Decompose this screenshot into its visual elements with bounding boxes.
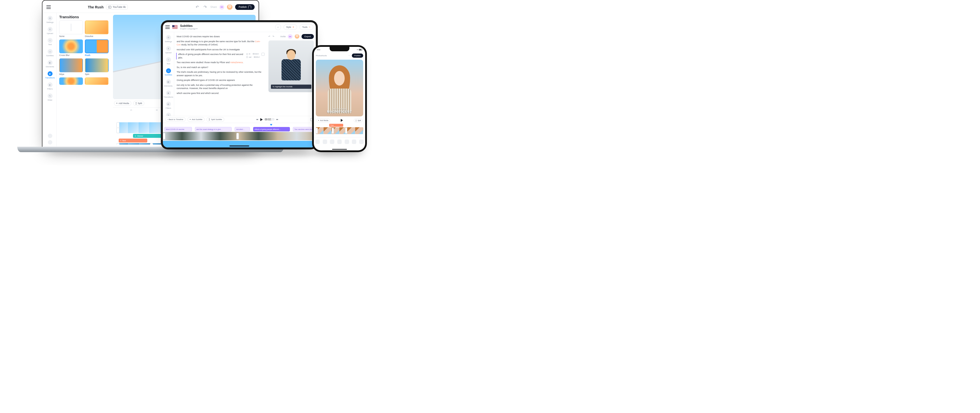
clip-handle-left[interactable] xyxy=(316,128,318,133)
subtitle-line[interactable]: and the usual strategy is to give people… xyxy=(177,40,264,47)
sidebar-item-upload[interactable]: ⬆Upload xyxy=(43,25,57,36)
subtitle-line[interactable]: Two vaccines were studied: those made by… xyxy=(177,61,264,64)
back-to-timeline-button[interactable]: Back to Timeline xyxy=(165,118,186,122)
subtitle-line[interactable]: recruited over 800 participants from acr… xyxy=(177,48,264,52)
avatar[interactable] xyxy=(294,34,299,39)
style-button[interactable]: Style✦ xyxy=(283,24,297,30)
add-media-button[interactable]: Add Media xyxy=(114,101,131,106)
transition-handle-icon[interactable] xyxy=(345,128,347,133)
subtitle-line[interactable]: Giving people different types of COVID-1… xyxy=(177,79,264,82)
sidebar-item-transitions[interactable]: ▶Transitions xyxy=(163,89,174,100)
sidebar-item-subtitles[interactable]: ▭Subtitles xyxy=(163,67,174,78)
clip-text[interactable]: T Text xyxy=(329,124,344,127)
nav-filters-icon[interactable] xyxy=(352,140,356,144)
sidebar-item-draw[interactable]: ✎Draw xyxy=(163,111,174,116)
speaker-icon[interactable] xyxy=(310,118,313,121)
transition-handle-icon[interactable] xyxy=(332,128,334,133)
subtitle-line[interactable]: which vaccine goes first and which secon… xyxy=(177,92,264,95)
transition-dissolve[interactable]: Dissolve xyxy=(85,21,108,38)
transition-none[interactable]: None xyxy=(59,21,83,38)
subtitle-line[interactable]: So, is mix and match an option? xyxy=(177,66,264,69)
collaborator-badge[interactable]: SK xyxy=(220,5,224,10)
redo-icon[interactable]: ↷ xyxy=(272,35,274,38)
play-button[interactable] xyxy=(260,118,263,121)
video-track[interactable] xyxy=(316,127,363,134)
transition-extra1[interactable] xyxy=(59,78,83,85)
transition-extra2[interactable] xyxy=(85,78,108,85)
menu-icon[interactable] xyxy=(46,5,51,9)
next-frame-icon[interactable]: ⏭ xyxy=(276,118,278,121)
nav-text-icon[interactable] xyxy=(330,140,334,144)
nav-draw-icon[interactable] xyxy=(359,140,364,144)
transition-handle-icon[interactable]: ⧗ xyxy=(150,143,153,145)
clip-handle-left[interactable] xyxy=(163,133,165,139)
nav-settings-icon[interactable] xyxy=(315,140,320,144)
publish-button[interactable]: Publish xyxy=(352,54,363,58)
tools-button[interactable]: Tools✧ xyxy=(299,24,313,30)
clip-handle-left[interactable]: ‹ xyxy=(116,143,119,145)
sidebar-item-text[interactable]: TText xyxy=(43,37,57,47)
help-icon[interactable] xyxy=(48,133,52,138)
tablet-timeline[interactable]: Most COVID-19 vaccine and the usual stra… xyxy=(163,123,316,148)
sidebar-item-elements[interactable]: ◧Elements xyxy=(43,59,57,69)
transition-push[interactable]: Push xyxy=(85,40,108,56)
play-button[interactable] xyxy=(341,119,343,122)
nav-upload-icon[interactable] xyxy=(323,140,327,144)
undo-icon[interactable]: ↶ xyxy=(269,35,270,38)
redo-icon[interactable]: ↷ xyxy=(202,5,208,10)
clip-handle-left[interactable]: ‹ xyxy=(116,122,119,133)
subtitle-line[interactable]: Most COVID-19 vaccines require two doses xyxy=(177,35,264,38)
subtitle-track[interactable]: Most COVID-19 vaccine and the usual stra… xyxy=(163,127,316,132)
subtitle-clip[interactable]: Most COVID-19 vaccine xyxy=(164,127,192,132)
transition-crossblur[interactable]: Cross Blur xyxy=(59,40,83,56)
transition-wipe[interactable]: Wipe xyxy=(59,59,83,75)
invite-label[interactable]: Invite xyxy=(280,35,286,38)
nav-subtitles-icon[interactable] xyxy=(337,140,342,144)
prev-frame-icon[interactable]: ⏮ xyxy=(256,118,258,121)
sidebar-item-upload[interactable]: ⬆Upload xyxy=(163,44,174,55)
clip-text[interactable]: T Text xyxy=(119,138,147,143)
subtitle-line[interactable]: not only to be safe, but also a potentia… xyxy=(177,84,264,90)
sidebar-item-settings[interactable]: ⚙Settings xyxy=(163,33,174,44)
subtitle-clip[interactable]: and the usual strategy is to give… xyxy=(195,127,232,132)
split-subtitle-button[interactable]: Split Subtitle xyxy=(207,117,224,122)
sidebar-item-filters[interactable]: ◐Filters xyxy=(163,100,174,111)
preview-canvas[interactable]: The Art of Being MAGNIFICENT xyxy=(316,60,363,116)
output-format-chip[interactable]: YouTube 4k xyxy=(106,5,128,10)
menu-icon[interactable] xyxy=(165,25,170,29)
sidebar-item-transitions[interactable]: ▶Transitions xyxy=(43,70,57,80)
split-button[interactable]: Split xyxy=(133,101,144,106)
subtitle-editor[interactable]: Most COVID-19 vaccines require two doses… xyxy=(174,32,266,116)
preview-canvas[interactable]: To highlight the incridib xyxy=(269,40,314,92)
search-icon[interactable]: ⌕ xyxy=(275,24,281,30)
sidebar-item-subtitles[interactable]: ▭Subtitles xyxy=(43,48,57,58)
nav-elements-icon[interactable] xyxy=(345,140,349,144)
sidebar-item-elements[interactable]: ◧Elements xyxy=(163,78,174,89)
collapse-icon[interactable] xyxy=(48,140,52,145)
collaborator-badge[interactable]: SK xyxy=(288,34,293,39)
more-icon[interactable]: ⋯ xyxy=(348,54,350,57)
phone-timeline[interactable]: T Text xyxy=(314,123,365,137)
subtitles-language[interactable]: English Language ▾ xyxy=(180,28,197,30)
subtitle-line-selected[interactable]: effects of giving people different vacci… xyxy=(176,53,264,59)
transition-handle-icon[interactable] xyxy=(236,133,239,139)
avatar[interactable] xyxy=(227,4,233,10)
add-media-button[interactable]: Add Media xyxy=(316,119,330,122)
subtitle-clip[interactable]: Two vaccines were studi xyxy=(293,127,314,132)
playhead-icon[interactable] xyxy=(270,124,272,126)
add-subtitle-button[interactable]: Add Subtitle xyxy=(188,117,205,122)
subtitle-clip[interactable]: recruited… xyxy=(235,127,250,132)
transition-spin[interactable]: Spin xyxy=(85,59,108,75)
video-track[interactable] xyxy=(163,132,316,140)
share-label[interactable]: Share xyxy=(210,6,217,8)
sidebar-item-settings[interactable]: ⚙Settings xyxy=(43,14,57,25)
subtitle-line[interactable]: The trial's results are preliminary, hav… xyxy=(177,70,264,77)
undo-icon[interactable]: ↶ xyxy=(195,5,200,10)
export-button[interactable]: Export xyxy=(302,34,314,39)
sidebar-item-filters[interactable]: ◐Filters xyxy=(43,81,57,92)
sidebar-item-text[interactable]: TText xyxy=(163,56,174,66)
subtitle-clip-active[interactable]: effects of giving people different… xyxy=(253,127,290,132)
sidebar-item-draw[interactable]: ✎Draw xyxy=(43,92,57,103)
split-button[interactable]: Split xyxy=(354,119,363,122)
trash-icon[interactable] xyxy=(261,53,264,56)
